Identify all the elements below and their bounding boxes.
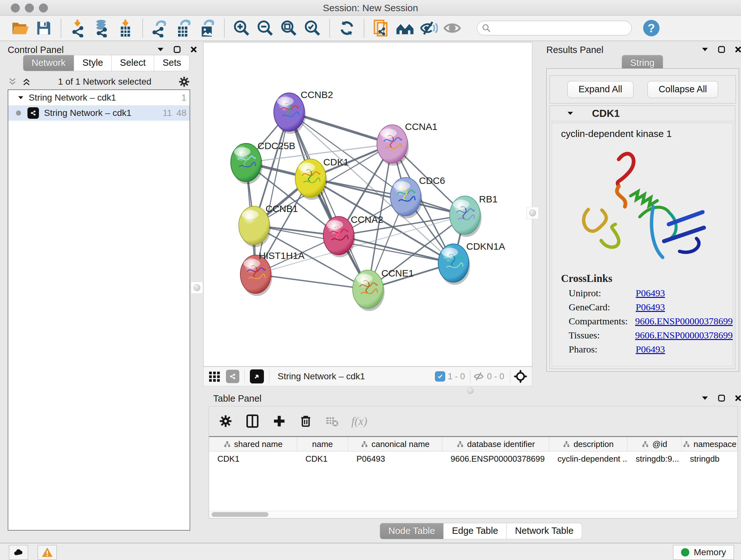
- collection-expander-icon[interactable]: [17, 94, 24, 101]
- network-list-toolbar: 1 of 1 Network selected: [8, 75, 190, 88]
- network-graph[interactable]: CCNB2CCNA1CDC25BCDK1CDC6RB1CCNB1CCNA2CDK…: [204, 43, 532, 366]
- warning-status-button[interactable]: [38, 545, 57, 560]
- zoom-out-button[interactable]: [255, 18, 275, 38]
- cloud-status-button[interactable]: [9, 545, 28, 560]
- show-columns-icon[interactable]: [246, 414, 259, 428]
- hidden-eye-icon[interactable]: [473, 371, 484, 382]
- network-share-view-icon[interactable]: [226, 370, 239, 383]
- column-header[interactable]: namespace: [682, 437, 738, 451]
- network-node-cdkn1a[interactable]: CDKN1A: [438, 241, 505, 285]
- open-session-button[interactable]: [10, 18, 30, 38]
- card-expander-icon[interactable]: [566, 110, 574, 117]
- refresh-button[interactable]: [337, 18, 357, 38]
- tab-node-table[interactable]: Node Table: [380, 523, 444, 539]
- selected-checkbox-icon[interactable]: [435, 371, 445, 381]
- import-network-database-button[interactable]: [92, 18, 112, 38]
- column-header[interactable]: database identifier: [442, 437, 549, 451]
- crosslink-link[interactable]: P06493: [636, 288, 665, 299]
- crosslink-link[interactable]: P06493: [636, 302, 665, 313]
- tab-select[interactable]: Select: [112, 55, 154, 71]
- column-label: @id: [652, 439, 667, 449]
- crosslink-link[interactable]: 9606.ENSP00000378699: [635, 316, 733, 327]
- table-horizontal-scrollbar[interactable]: [209, 511, 738, 518]
- collapse-panel-icon[interactable]: [156, 45, 165, 54]
- save-session-button[interactable]: [34, 18, 54, 38]
- protein-description: cyclin-dependent kinase 1: [561, 128, 733, 139]
- scrollbar-thumb[interactable]: [212, 512, 268, 517]
- tab-sets[interactable]: Sets: [154, 55, 190, 71]
- expand-all-icon[interactable]: [22, 77, 31, 86]
- show-graphics-button[interactable]: [442, 18, 462, 38]
- float-panel-icon[interactable]: [718, 45, 726, 54]
- close-panel-icon[interactable]: [190, 45, 198, 54]
- network-node-hist1h1a[interactable]: HIST1H1A: [240, 250, 305, 296]
- tab-edge-table[interactable]: Edge Table: [444, 523, 507, 539]
- add-column-icon[interactable]: [272, 414, 286, 428]
- memory-status-button[interactable]: Memory: [673, 545, 734, 560]
- column-header[interactable]: @id: [627, 437, 682, 451]
- cloud-icon: [13, 547, 24, 558]
- left-splitter-handle[interactable]: [191, 282, 203, 294]
- hide-unhide-button[interactable]: [419, 18, 439, 38]
- protein-card-header[interactable]: CDK1: [550, 106, 735, 121]
- column-header[interactable]: name: [297, 437, 348, 451]
- crosslink-link[interactable]: P06493: [636, 344, 665, 355]
- network-options-gear-icon[interactable]: [178, 76, 190, 88]
- network-node-rb1[interactable]: RB1: [450, 194, 497, 237]
- string-home-button[interactable]: [395, 18, 415, 38]
- export-image-button[interactable]: [197, 18, 217, 38]
- export-image-icon: [198, 19, 216, 37]
- crosslink-row: Tissues: 9606.ENSP00000378699: [569, 330, 733, 341]
- network-node-cdk1[interactable]: CDK1: [295, 157, 349, 200]
- expand-all-button[interactable]: Expand All: [567, 81, 633, 98]
- column-header[interactable]: shared name: [209, 437, 297, 451]
- import-table-button[interactable]: [116, 18, 135, 38]
- column-header[interactable]: canonical name: [348, 437, 442, 451]
- tab-network[interactable]: Network: [23, 55, 74, 71]
- network-node-ccne1[interactable]: CCNE1: [353, 268, 414, 311]
- collapse-panel-icon[interactable]: [701, 45, 709, 54]
- collapse-all-icon[interactable]: [8, 77, 17, 86]
- export-network-button[interactable]: [150, 18, 170, 38]
- network-canvas[interactable]: CCNB2CCNA1CDC25BCDK1CDC6RB1CCNB1CCNA2CDK…: [203, 42, 532, 367]
- zoom-selected-button[interactable]: [302, 18, 322, 38]
- import-network-file-button[interactable]: [68, 18, 88, 38]
- export-table-button[interactable]: [174, 18, 193, 38]
- network-node-ccnb1[interactable]: CCNB1: [239, 203, 298, 247]
- fit-content-crosshair-icon[interactable]: [514, 369, 528, 383]
- table-options-gear-icon[interactable]: [219, 414, 232, 428]
- network-node-cdc25b[interactable]: CDC25B: [231, 140, 295, 184]
- control-panel-header-icons: [156, 45, 198, 54]
- float-panel-icon[interactable]: [173, 45, 181, 54]
- table-row[interactable]: CDK1 CDK1 P06493 9606.ENSP00000378699 cy…: [209, 451, 738, 466]
- birdseye-view-icon[interactable]: [250, 369, 264, 383]
- column-type-icon: [562, 440, 570, 448]
- network-node-ccnb2[interactable]: CCNB2: [274, 89, 333, 134]
- help-button[interactable]: ?: [642, 18, 661, 38]
- tab-network-table[interactable]: Network Table: [507, 523, 582, 539]
- network-node-cdc6[interactable]: CDC6: [390, 175, 445, 219]
- zoom-in-button[interactable]: [232, 18, 252, 38]
- float-panel-icon[interactable]: [718, 394, 726, 402]
- zoom-fit-button[interactable]: [279, 18, 299, 38]
- network-edge[interactable]: [256, 274, 368, 289]
- search-input[interactable]: [491, 23, 620, 34]
- tab-style[interactable]: Style: [74, 55, 111, 71]
- column-header[interactable]: description: [549, 437, 627, 451]
- network-row[interactable]: String Network – cdk1 11 48: [8, 105, 190, 121]
- close-panel-icon[interactable]: [734, 394, 741, 402]
- crosslink-link[interactable]: 9606.ENSP00000378699: [635, 330, 733, 341]
- toolbar-separator: [224, 19, 225, 37]
- collapse-panel-icon[interactable]: [701, 394, 709, 402]
- right-splitter-handle[interactable]: [527, 207, 539, 219]
- grid-view-icon[interactable]: [208, 370, 221, 383]
- network-collection-row[interactable]: String Network – cdk1 1: [8, 90, 190, 105]
- cell-shared-name: CDK1: [209, 454, 297, 464]
- network-edge[interactable]: [289, 112, 368, 289]
- node-label: CDKN1A: [466, 241, 505, 252]
- close-panel-icon[interactable]: [734, 45, 741, 54]
- share-document-button[interactable]: [372, 18, 391, 38]
- collapse-all-button[interactable]: Collapse All: [648, 81, 718, 98]
- bottom-splitter-handle[interactable]: [467, 388, 474, 394]
- delete-column-trash-icon[interactable]: [299, 415, 313, 428]
